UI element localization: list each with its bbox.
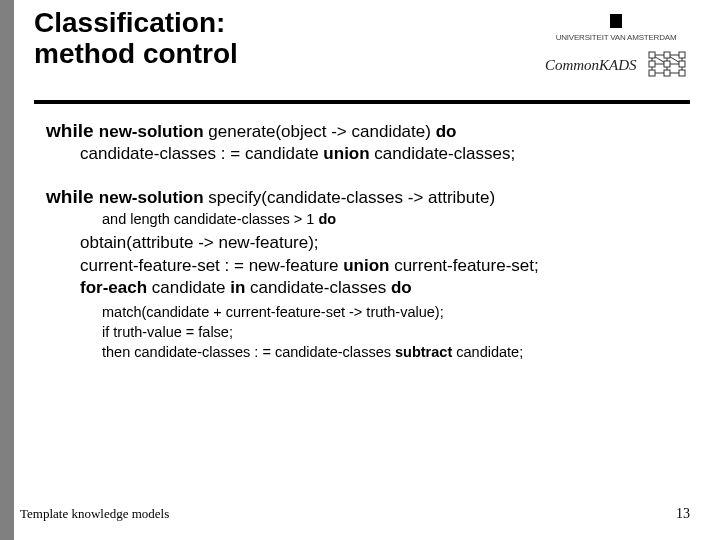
code-text: current-feature-set; [389,256,538,275]
code-text: candidate-classes; [370,144,516,163]
code-block-2: while new-solution specify(candidate-cla… [46,184,680,362]
svg-rect-14 [649,61,655,67]
kw-while: while [46,186,99,207]
kw-do: do [436,122,457,141]
code-text: then candidate-classes : = candidate-cla… [102,344,395,360]
kw-in: in [230,278,245,297]
code-text: specify(candidate-classes -> attribute) [204,188,496,207]
svg-rect-16 [679,61,685,67]
code-line: if truth-value = false; [102,322,680,342]
svg-rect-13 [679,52,685,58]
code-line: obtain(attribute -> new-feature); [80,232,680,254]
kw-union: union [323,144,369,163]
code-line: candidate-classes : = candidate union ca… [80,143,680,165]
commonkads-graph-icon [647,50,687,82]
kw-for-each: for-each [80,278,147,297]
code-text: candidate-classes [245,278,391,297]
svg-rect-17 [649,70,655,76]
svg-rect-19 [679,70,685,76]
code-text: and length candidate-classes > 1 [102,211,318,227]
kw-new-solution: new-solution [99,188,204,207]
title-line-2: method control [34,38,238,69]
left-accent-bar [0,0,14,540]
svg-rect-15 [664,61,670,67]
code-text: candidate [147,278,230,297]
code-line: for-each candidate in candidate-classes … [80,277,680,299]
footer-title: Template knowledge models [20,506,169,522]
code-text: candidate; [452,344,523,360]
code-text: candidate-classes : = candidate [80,144,323,163]
kw-new-solution: new-solution [99,122,204,141]
code-line: and length candidate-classes > 1 do [102,210,680,229]
kw-do: do [391,278,412,297]
svg-rect-11 [649,52,655,58]
kw-do: do [318,211,336,227]
code-line: current-feature-set : = new-feature unio… [80,255,680,277]
kw-subtract: subtract [395,344,452,360]
svg-rect-18 [664,70,670,76]
svg-rect-12 [664,52,670,58]
slide-header: Classification: method control UNIVERSIT… [34,8,690,100]
code-line: then candidate-classes : = candidate-cla… [102,342,680,362]
code-inner-body: match(candidate + current-feature-set ->… [102,302,680,362]
university-crest-icon [610,14,622,28]
slide-body: while new-solution generate(object -> ca… [46,118,680,362]
university-label: UNIVERSITEIT VAN AMSTERDAM [542,33,690,42]
code-block-1: while new-solution generate(object -> ca… [46,118,680,166]
code-line: while new-solution generate(object -> ca… [46,118,680,143]
kw-union: union [343,256,389,275]
kw-while: while [46,120,99,141]
code-line: while new-solution specify(candidate-cla… [46,184,680,209]
commonkads-label: CommonKADS [545,57,637,73]
code-text: generate(object -> candidate) [204,122,436,141]
header-rule [34,100,690,104]
code-line: match(candidate + current-feature-set ->… [102,302,680,322]
code-body: obtain(attribute -> new-feature); curren… [80,232,680,299]
title-line-1: Classification: [34,7,225,38]
page-number: 13 [676,506,690,522]
code-text: current-feature-set : = new-feature [80,256,343,275]
logo-block: UNIVERSITEIT VAN AMSTERDAM CommonKADS [542,14,690,82]
